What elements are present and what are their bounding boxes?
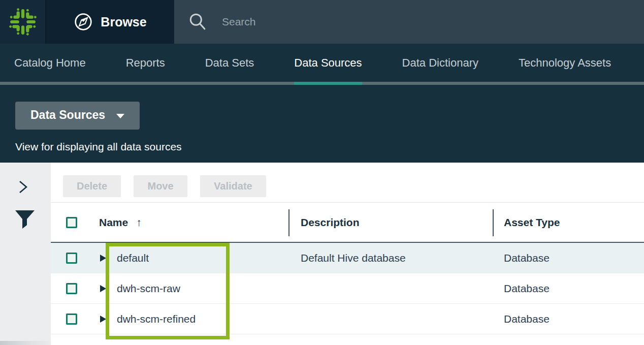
row-checkbox[interactable] (66, 283, 77, 294)
primary-nav: Catalog Home Reports Data Sets Data Sour… (0, 44, 644, 85)
column-header-description[interactable]: Description (288, 216, 493, 229)
tab-catalog-home[interactable]: Catalog Home (14, 44, 86, 82)
brand-logo-icon (9, 8, 37, 36)
cell-asset-type: Database (493, 283, 644, 295)
validate-button[interactable]: Validate (200, 175, 266, 197)
filter-button[interactable] (14, 209, 36, 232)
data-sources-panel: Delete Move Validate Name ↑ Description … (51, 163, 644, 345)
row-checkbox[interactable] (66, 313, 77, 325)
horizontal-scrollbar-thumb[interactable] (0, 341, 51, 345)
tab-technology-assets[interactable]: Technology Assets (519, 44, 611, 82)
row-checkbox[interactable] (66, 253, 77, 264)
expand-row-icon[interactable] (100, 255, 106, 262)
cell-asset-type: Database (493, 252, 644, 264)
global-search-bar[interactable] (174, 0, 644, 44)
view-selector-label: Data Sources (30, 108, 105, 122)
column-divider (493, 209, 494, 236)
app-logo[interactable] (0, 0, 46, 44)
cell-description: Default Hive database (288, 252, 493, 264)
chevron-down-icon (116, 114, 124, 118)
filter-sidebar (0, 163, 51, 345)
column-divider (288, 209, 289, 236)
move-button[interactable]: Move (134, 175, 187, 197)
tab-data-sources[interactable]: Data Sources (294, 44, 362, 82)
chevron-right-icon (17, 179, 29, 195)
compass-icon (74, 12, 93, 32)
column-header-asset-type[interactable]: Asset Type (493, 216, 644, 229)
table-row[interactable]: dwh-scm-raw Database (51, 273, 644, 304)
search-icon (188, 13, 207, 31)
expand-row-icon[interactable] (100, 285, 106, 292)
view-selector-dropdown[interactable]: Data Sources (15, 102, 140, 130)
column-header-name[interactable]: Name ↑ (99, 216, 288, 229)
top-bar: Browse (0, 0, 644, 44)
cell-name[interactable]: default (117, 252, 288, 264)
search-input[interactable] (222, 16, 527, 28)
filter-funnel-icon (14, 209, 36, 230)
select-all-checkbox[interactable] (66, 217, 77, 228)
tab-reports[interactable]: Reports (126, 44, 165, 82)
delete-button[interactable]: Delete (63, 175, 121, 197)
tab-data-dictionary[interactable]: Data Dictionary (402, 44, 478, 82)
cell-name[interactable]: dwh-scm-raw (117, 283, 288, 295)
sidebar-expand-button[interactable] (17, 179, 29, 197)
expand-row-icon[interactable] (100, 316, 106, 323)
bulk-actions-toolbar: Delete Move Validate (51, 163, 644, 203)
tab-data-sets[interactable]: Data Sets (205, 44, 254, 82)
browse-label: Browse (101, 15, 146, 29)
content-area: Delete Move Validate Name ↑ Description … (0, 163, 644, 345)
cell-asset-type: Database (493, 313, 644, 325)
table-row[interactable]: default Default Hive database Database (51, 243, 644, 273)
table-row[interactable]: dwh-scm-refined Database (51, 304, 644, 334)
sort-ascending-icon: ↑ (136, 216, 142, 229)
view-header-band: Data Sources View for displaying all dat… (0, 85, 644, 163)
browse-section[interactable]: Browse (46, 0, 174, 44)
view-description: View for displaying all data sources (15, 141, 644, 153)
cell-name[interactable]: dwh-scm-refined (117, 313, 288, 325)
table-header-row: Name ↑ Description Asset Type (51, 203, 644, 243)
